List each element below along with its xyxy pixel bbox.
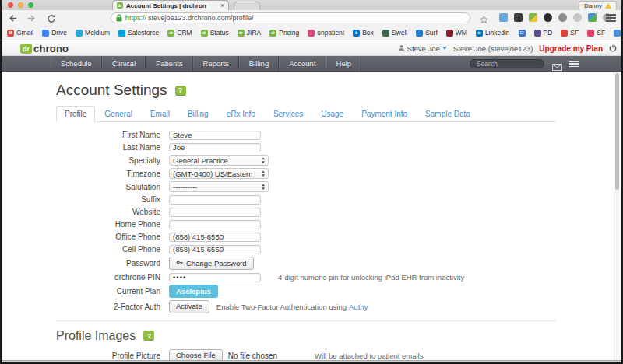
bookmark-linkedin[interactable]: inLinkedin	[476, 29, 510, 37]
bookmark-jira[interactable]: drJIRA	[238, 29, 261, 37]
bookmark-icon[interactable]: 12	[519, 30, 526, 37]
minimize-window-button[interactable]	[18, 2, 23, 8]
gmail-favicon-icon: M	[7, 30, 14, 37]
scrollbar[interactable]	[614, 72, 620, 360]
nav-item-help[interactable]: Help	[326, 56, 362, 71]
bookmark-onpatient[interactable]: onpatient	[308, 29, 344, 37]
tab-erx-info[interactable]: eRx Info	[218, 106, 264, 122]
specialty-select[interactable]: General Practice	[169, 155, 269, 166]
search-input[interactable]: Search	[470, 59, 544, 68]
website-input[interactable]	[169, 208, 261, 217]
field-label: Profile Picture	[56, 352, 169, 360]
field-label: drchrono PIN	[56, 273, 169, 282]
authy-link[interactable]: Authy	[349, 303, 368, 311]
bookmark-gmail[interactable]: MGmail	[7, 29, 33, 37]
back-icon[interactable]	[8, 12, 18, 26]
nav-hamburger-icon[interactable]	[569, 61, 579, 68]
bookmark-status[interactable]: drStatus	[201, 29, 229, 37]
profile-images-form: Profile PictureChoose FileNo file chosen…	[56, 349, 556, 360]
url-bar[interactable]: https:// stevejoe123.drchrono.com/profil…	[111, 12, 470, 23]
tab-services[interactable]: Services	[265, 106, 312, 122]
tab-email[interactable]: Email	[142, 106, 178, 122]
first-name-input[interactable]	[169, 131, 261, 140]
chrome-menu-icon[interactable]	[606, 14, 616, 23]
bookmark-surf[interactable]: Surf	[416, 29, 438, 37]
bookmark-label: Pricing	[279, 29, 299, 37]
zoom-window-button[interactable]	[28, 2, 33, 8]
bookmark-crm[interactable]: drCRM	[167, 29, 192, 37]
browser-tab[interactable]: dr Account Settings | drchron ×	[112, 0, 229, 10]
select-stepper-icon	[262, 170, 265, 177]
light-gray-extension-icon[interactable]	[573, 13, 582, 22]
tab-sample-data[interactable]: Sample Data	[417, 106, 479, 122]
form-row-salutation: Salutation----------	[56, 181, 556, 192]
url-scheme: https://	[125, 14, 146, 22]
bookmark-wm[interactable]: WM	[446, 29, 467, 37]
bookmark-label: onpatient	[317, 29, 344, 37]
form-row-last-name: Last Name	[56, 142, 556, 152]
nav-item-clinical[interactable]: Clinical	[102, 56, 146, 71]
cell-phone-input[interactable]	[169, 245, 261, 254]
salutation-select[interactable]: ----------	[169, 181, 269, 192]
help-icon[interactable]: ?	[143, 331, 154, 341]
bookmark-pricing[interactable]: drPricing	[269, 29, 299, 37]
bookmark-star-icon[interactable]	[480, 13, 488, 27]
nav-item-patients[interactable]: Patients	[146, 56, 192, 71]
bookmark-sf[interactable]: SF	[561, 29, 579, 37]
scrollbar-thumb[interactable]	[615, 73, 619, 190]
tab-profile[interactable]: Profile	[56, 106, 95, 122]
tab-usage[interactable]: Usage	[312, 106, 352, 122]
user-menu[interactable]: Steve Joe	[398, 44, 447, 53]
logout-power-icon[interactable]	[609, 41, 617, 55]
last-name-input[interactable]	[169, 143, 261, 152]
dark-dot-extension-icon[interactable]	[544, 13, 552, 22]
main-nav-items: ScheduleClinicalPatientsReportsBillingAc…	[51, 56, 361, 71]
tab-billing[interactable]: Billing	[179, 106, 217, 122]
home-phone-input[interactable]	[169, 220, 261, 229]
nav-item-billing[interactable]: Billing	[239, 56, 279, 71]
bookmark-drive[interactable]: Drive	[42, 29, 67, 37]
bookmark-hr[interactable]: HR	[614, 29, 621, 37]
nav-item-schedule[interactable]: Schedule	[51, 56, 102, 71]
tab-payment-info[interactable]: Payment Info	[353, 106, 416, 122]
mountain-extension-icon[interactable]	[588, 13, 597, 22]
bookmark-box[interactable]: bBox	[353, 29, 374, 37]
bookmark-sf[interactable]: SF	[587, 29, 605, 37]
nav-item-reports[interactable]: Reports	[193, 56, 239, 71]
dark-diamond-extension-icon[interactable]	[514, 13, 523, 22]
bookmark-salesforce[interactable]: Salesforce	[118, 29, 159, 37]
current-plan-badge[interactable]: Asclepius	[169, 285, 218, 298]
blue-extension-icon[interactable]	[499, 13, 508, 22]
tab-close-icon[interactable]: ×	[220, 2, 224, 9]
refresh-extension-icon[interactable]	[558, 13, 567, 22]
drchrono-pin-input[interactable]	[169, 273, 261, 282]
url-text: stevejoe123.drchrono.com/profile/	[148, 14, 254, 22]
button-label: Change Password	[186, 260, 247, 268]
sf-favicon-icon	[587, 30, 594, 37]
change-password-button[interactable]: Change Password	[169, 257, 254, 270]
bookmark-swell[interactable]: Swell	[382, 29, 407, 37]
drive-favicon-icon	[42, 30, 49, 37]
activate-button[interactable]: Activate	[169, 300, 209, 313]
office-phone-input[interactable]	[169, 233, 261, 242]
help-icon[interactable]: ?	[175, 86, 186, 96]
tab-general[interactable]: General	[96, 106, 141, 122]
green-yellow-extension-icon[interactable]	[529, 13, 537, 22]
drchrono-logo[interactable]: dr chrono	[20, 43, 69, 54]
nav-item-account[interactable]: Account	[279, 56, 326, 71]
bookmark-pd[interactable]: PD	[534, 29, 553, 37]
bookmark-meldium[interactable]: Meldium	[76, 29, 110, 37]
box-favicon-icon: b	[353, 30, 360, 37]
suffix-input[interactable]	[169, 195, 261, 205]
bookmarks-bar: MGmailDriveMeldiumSalesforcedrCRMdrStatu…	[2, 26, 621, 40]
meldium-favicon-icon	[76, 30, 83, 37]
reload-icon[interactable]	[47, 12, 56, 26]
forward-icon[interactable]	[26, 12, 37, 26]
timezone-select[interactable]: (GMT-0400) US/Eastern	[169, 168, 269, 179]
upgrade-plan-link[interactable]: Upgrade my Plan	[539, 44, 603, 53]
field-label: Office Phone	[56, 233, 169, 241]
field-label: Last Name	[56, 143, 169, 152]
close-window-button[interactable]	[8, 2, 13, 8]
new-tab-button[interactable]	[234, 2, 260, 10]
profile-picture-choose-file-button[interactable]: Choose File	[169, 349, 223, 360]
